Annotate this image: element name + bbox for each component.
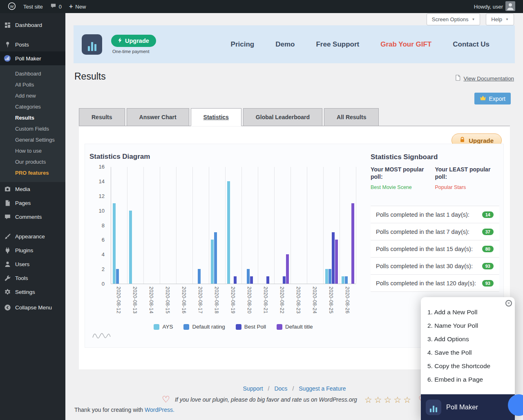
footer-link-docs[interactable]: Docs [274,385,287,392]
promo-banner: Upgrade One-time payment PricingDemoFree… [74,25,515,63]
site-name-menu[interactable]: Test site [20,0,47,13]
chevron-down-icon: ▼ [505,18,509,21]
bar-chart-plot [111,167,356,284]
tab-all-results[interactable]: All Results [324,108,379,126]
sidebar-item-comments[interactable]: Comments [0,210,65,224]
howdy-label: Howdy, user [474,4,503,10]
chevron-down-icon: ▼ [472,18,475,21]
star-icon[interactable]: ☆ [384,396,392,404]
sidebar-item-pages-label: Pages [15,200,31,206]
sidebar-subitem-how-to-use[interactable]: How to use [0,145,65,156]
collapse-arrow-icon [3,304,11,311]
star-icon[interactable]: ☆ [393,396,401,404]
x-tick-2020-08-15: 2020-08-15 [165,287,170,313]
upgrade-pill-label: Upgrade [469,137,494,144]
sidebar-item-settings-label: Settings [15,289,35,295]
comment-bubble-icon [50,3,56,10]
sidebar-subitem-all-polls[interactable]: All Polls [0,79,65,90]
tab-statistics[interactable]: Statistics [191,108,241,126]
banner-link-contact-us[interactable]: Contact Us [453,40,489,49]
sidebar-subitem-general-settings[interactable]: General Settings [0,134,65,145]
help-button[interactable]: Help ▼ [486,13,514,25]
wp-logo-menu[interactable]: W [4,0,20,13]
footer-link-suggest-a-feature[interactable]: Suggest a Feature [299,385,346,392]
sidebar-item-tools[interactable]: Tools [0,271,65,285]
media-icon [3,186,11,193]
sidebar-subitem-dashboard[interactable]: Dashboard [0,68,65,79]
signboard-table: Polls completed in the last 1 day(s):14P… [371,206,499,292]
star-icon[interactable]: ☆ [374,396,382,404]
comments-menu[interactable]: 0 [47,0,65,13]
sidebar-subitem-categories[interactable]: Categories [0,101,65,112]
sidebar-item-plugins[interactable]: Plugins [0,243,65,257]
sidebar-item-poll-maker[interactable]: Poll Maker [0,51,65,65]
sidebar-subitem-custom-fields[interactable]: Custom Fields [0,123,65,134]
sidebar-subitem-pro-features[interactable]: PRO features [0,167,65,178]
x-tick-2020-08-24: 2020-08-24 [312,287,317,313]
most-popular-value: Best Movie Scene [371,184,435,190]
site-name-label: Test site [23,4,43,10]
sidebar-item-appearance[interactable]: Appearance [0,229,65,243]
y-tick-12: 12 [88,193,105,199]
admin-sidebar: DashboardPostsPoll Maker DashboardAll Po… [0,13,65,420]
sidebar-item-posts[interactable]: Posts [0,38,65,51]
screen-options-button[interactable]: Screen Options ▼ [427,13,481,25]
sidebar-item-comments-label: Comments [15,214,42,220]
star-icon[interactable]: ☆ [364,396,372,404]
count-badge: 93 [482,280,494,287]
new-label: New [75,4,86,10]
bar-2020-08-22-best-poll [283,276,286,284]
banner-link-pricing[interactable]: Pricing [231,40,255,49]
sidebar-subitem-our-products[interactable]: Our products [0,156,65,167]
y-tick-2: 2 [88,266,105,272]
bolt-icon [118,38,122,44]
legend-item-default-title: Default title [277,324,313,330]
y-tick-6: 6 [88,237,105,243]
close-icon[interactable]: ✕ [505,300,512,307]
getting-started-widget: ✕ 1. Add a New Poll2. Name Your Poll3. A… [421,297,515,420]
bar-2020-08-19-best-poll [234,276,237,284]
widget-brand-label[interactable]: Poll Maker [446,403,478,411]
export-button[interactable]: Export [474,93,511,104]
tab-global-leaderboard[interactable]: Global Leaderboard [243,108,322,126]
sidebar-item-pages[interactable]: Pages [0,196,65,210]
wordpress-logo-icon: W [8,2,16,11]
sidebar-item-media[interactable]: Media [0,182,65,196]
sidebar-item-users[interactable]: Users [0,257,65,271]
screen: W Test site 0 + New Howdy, user [0,0,523,420]
count-badge: 14 [482,211,494,218]
star-icon[interactable]: ☆ [403,396,411,404]
wordpress-link[interactable]: WordPress. [145,407,174,413]
bar-2020-08-26-default-title [351,203,354,284]
banner-link-demo[interactable]: Demo [275,40,295,49]
chart-legend: AYSDefault ratingBest PollDefault title [111,324,356,330]
view-documentation-link[interactable]: View Documentation [455,75,514,82]
bar-2020-08-20-best-poll [250,276,253,284]
collapse-menu-button[interactable]: Collapse Menu [0,300,65,314]
poll-maker-logo [82,34,102,55]
banner-link-free-support[interactable]: Free Support [316,40,359,49]
tab-answer-chart[interactable]: Answer Chart [127,108,189,126]
count-badge: 37 [482,229,494,235]
thanks-text: Thank you for creating with [74,407,145,413]
rating-stars[interactable]: ☆☆☆☆☆ [364,396,411,404]
signboard-row-0: Polls completed in the last 1 day(s):14 [371,206,499,223]
y-tick-10: 10 [88,208,105,214]
sidebar-subitem-results[interactable]: Results [0,112,65,123]
steps-list: 1. Add a New Poll2. Name Your Poll3. Add… [421,297,515,386]
sidebar-item-dashboard[interactable]: Dashboard [0,18,65,32]
bar-2020-08-12-ays [113,203,116,284]
sidebar-subitem-add-new[interactable]: Add new [0,90,65,101]
banner-upgrade-button[interactable]: Upgrade [111,35,156,47]
sidebar-item-settings[interactable]: Settings [0,285,65,299]
tab-results[interactable]: Results [79,108,125,126]
new-content-menu[interactable]: + New [65,0,89,13]
bar-2020-08-17-default-rating [198,269,201,284]
my-account-menu[interactable]: Howdy, user [470,0,519,13]
most-popular-label: Your MOST popular poll: [371,166,430,180]
statistics-signboard: Statistics Signboard Your MOST popular p… [371,153,499,294]
signboard-row-1: Polls completed in the last 7 day(s):37 [371,223,499,240]
step-item-2: 2. Name Your Poll [427,319,515,332]
banner-link-grab-your-gift[interactable]: Grab Your GIFT [380,40,431,49]
footer-link-support[interactable]: Support [243,385,263,392]
